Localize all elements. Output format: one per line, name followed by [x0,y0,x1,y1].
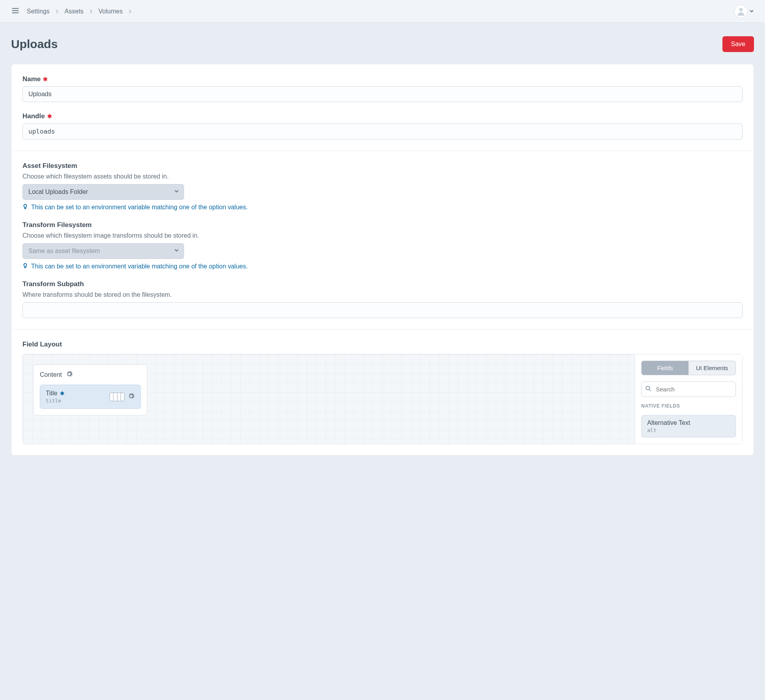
chevron-right-icon [128,8,132,15]
svg-point-0 [739,8,743,11]
breadcrumb: Settings Assets Volumes [27,8,132,15]
layout-field-label: Title [46,390,58,397]
width-indicator-icon[interactable] [110,393,125,401]
asset-fs-select[interactable]: Local Uploads Folder [22,184,184,200]
transform-fs-hint[interactable]: This can be set to an environment variab… [31,263,248,270]
native-fields-label: NATIVE FIELDS [641,403,736,409]
required-icon: ✱ [47,114,52,119]
transform-fs-select[interactable]: Same as asset filesystem [22,243,184,259]
avatar [734,5,748,18]
transform-fs-desc: Choose which filesystem image transforms… [22,232,743,239]
transform-subpath-desc: Where transforms should be stored on the… [22,291,743,298]
field-layout-designer: Content Title ✱ title [22,354,743,444]
gear-icon[interactable] [128,393,135,401]
topbar: Settings Assets Volumes [0,0,765,23]
sidebar-search-input[interactable] [641,382,736,397]
transform-fs-label: Transform Filesystem [22,221,92,229]
native-field-alt[interactable]: Alternative Text alt [641,415,736,438]
native-field-alt-label: Alternative Text [647,419,730,426]
lightbulb-icon [22,204,28,211]
breadcrumb-assets[interactable]: Assets [65,8,84,15]
breadcrumb-settings[interactable]: Settings [27,8,50,15]
transform-subpath-label: Transform Subpath [22,280,84,288]
required-icon: ✱ [43,76,48,82]
layout-tab-card[interactable]: Content Title ✱ title [33,365,147,415]
sidebar-tab-fields[interactable]: Fields [642,361,689,375]
field-layout-heading: Field Layout [22,341,743,348]
chevron-right-icon [89,8,93,15]
sidebar-tab-ui[interactable]: UI Elements [689,361,735,375]
layout-tab-name: Content [40,371,62,378]
transform-subpath-input[interactable] [22,302,743,318]
page-title: Uploads [11,37,58,51]
native-field-alt-handle: alt [647,427,730,433]
asset-fs-hint[interactable]: This can be set to an environment variab… [31,204,248,211]
asset-fs-label: Asset Filesystem [22,162,77,170]
required-icon: ✱ [60,390,65,397]
chevron-down-icon [749,8,754,15]
field-layout-sidebar: Fields UI Elements NATIVE FIELDS Alterna… [635,354,742,444]
gear-icon[interactable] [66,370,73,379]
breadcrumb-volumes[interactable]: Volumes [99,8,123,15]
layout-field-chip[interactable]: Title ✱ title [40,385,141,409]
user-menu[interactable] [734,5,754,18]
chevron-right-icon [55,8,59,15]
handle-input[interactable] [22,123,743,140]
layout-field-handle: title [46,398,65,404]
handle-label: Handle [22,112,45,120]
name-input[interactable] [22,86,743,102]
settings-panel: Name ✱ Handle ✱ Asset Filesystem Choose … [11,64,754,456]
lightbulb-icon [22,263,28,270]
asset-fs-desc: Choose which filesystem assets should be… [22,173,743,180]
menu-icon[interactable] [11,6,20,17]
save-button[interactable]: Save [722,36,754,52]
field-layout-canvas[interactable]: Content Title ✱ title [23,354,635,444]
name-label: Name [22,75,41,83]
sidebar-tab-toggle: Fields UI Elements [641,361,736,375]
search-icon [645,385,651,393]
